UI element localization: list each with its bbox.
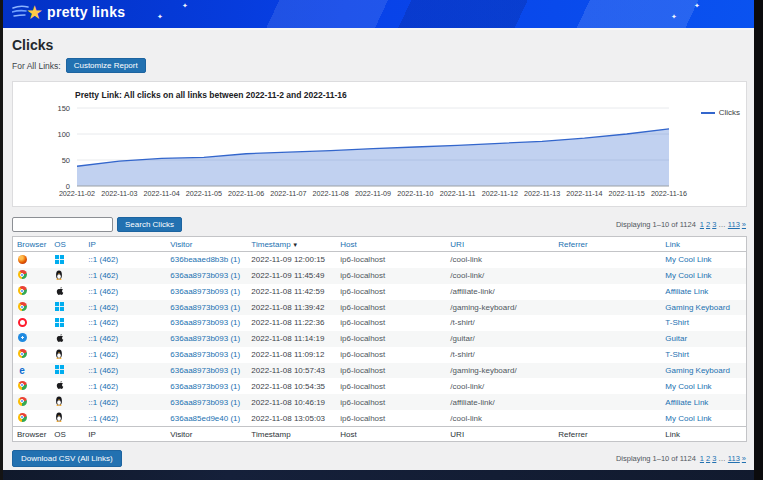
ip-link[interactable]: ::1 (462) [88,366,118,375]
visitor-link[interactable]: 636aa8973b093 (1) [170,271,240,280]
col-header-uri[interactable]: URI [446,427,554,442]
link-name-link[interactable]: My Cool Link [665,414,711,423]
cell-link: My Cool Link [661,410,746,427]
page-link-113[interactable]: 113 [728,220,740,229]
col-header-timestamp[interactable]: Timestamp ▼ [247,237,336,252]
col-header-host[interactable]: Host [336,427,446,442]
col-header-link[interactable]: Link [661,427,746,442]
cell-uri: /cool-link/ [446,268,554,284]
col-header-os[interactable]: OS [50,237,84,252]
pagination-bottom: Displaying 1–10 of 1124 123…113» [616,454,747,463]
linux-os-icon [54,412,64,422]
ip-link[interactable]: ::1 (462) [88,303,118,312]
col-header-visitor[interactable]: Visitor [166,427,247,442]
link-name-link[interactable]: My Cool Link [665,255,711,264]
col-header-uri[interactable]: URI [446,237,554,252]
link-name-link[interactable]: T-Shirt [665,318,689,327]
link-name-link[interactable]: Gaming Keyboard [665,366,729,375]
cell-referrer [554,410,661,427]
col-header-referrer[interactable]: Referrer [554,427,661,442]
page-link-113[interactable]: 113 [728,454,740,463]
page-link-1[interactable]: 1 [700,220,704,229]
cell-browser: e [13,363,51,379]
col-header-host[interactable]: Host [336,237,446,252]
ip-link[interactable]: ::1 (462) [88,350,118,359]
link-name-link[interactable]: Affiliate Link [665,398,708,407]
visitor-link[interactable]: 636aa8973b093 (1) [170,382,240,391]
pagination-summary: Displaying 1–10 of 1124 [616,454,696,463]
download-csv-button[interactable]: Download CSV (All Links) [12,450,122,467]
cell-uri: /t-shirt/ [446,347,554,363]
cell-ip: ::1 (462) [84,252,166,268]
cell-ip: ::1 (462) [84,268,166,284]
cell-browser [13,268,51,284]
link-name-link[interactable]: Guitar [665,334,687,343]
page-link-»[interactable]: » [742,454,746,463]
visitor-link[interactable]: 636beaaed8b3b (1) [170,255,240,264]
legend-label: Clicks [719,108,740,117]
legend-swatch [701,112,715,114]
ip-link[interactable]: ::1 (462) [88,318,118,327]
col-header-browser[interactable]: Browser [13,427,51,442]
windows-os-icon [54,317,64,327]
ip-link[interactable]: ::1 (462) [88,287,118,296]
col-header-ip[interactable]: IP [84,237,166,252]
link-name-link[interactable]: T-Shirt [665,350,689,359]
clicks-table: BrowserOSIPVisitorTimestamp ▼HostURIRefe… [12,236,747,442]
cell-os [50,284,84,300]
y-tick-label: 150 [57,104,70,113]
window-edge-left [0,0,3,480]
visitor-link[interactable]: 636aa8973b093 (1) [170,398,240,407]
chrome-browser-icon [17,380,27,390]
cell-link: My Cool Link [661,252,746,268]
app-window: ✦ ✦ ✦ ✦ ★ pretty links Clicks For All Li… [0,0,763,480]
visitor-link[interactable]: 636aa8973b093 (1) [170,350,240,359]
col-header-link[interactable]: Link [661,237,746,252]
search-row: Search Clicks Displaying 1–10 of 1124 12… [12,217,747,232]
col-header-browser[interactable]: Browser [13,237,51,252]
col-header-ip[interactable]: IP [84,427,166,442]
page-link-»[interactable]: » [742,220,746,229]
pagination-links: 123…113» [699,454,747,463]
page-link-2[interactable]: 2 [706,220,710,229]
col-header-timestamp[interactable]: Timestamp [247,427,336,442]
opera-browser-icon [17,317,27,327]
cell-visitor: 636aa8973b093 (1) [166,378,247,394]
link-name-link[interactable]: My Cool Link [665,382,711,391]
page-link-3[interactable]: 3 [712,220,716,229]
cell-timestamp: 2022-11-08 11:42:59 [247,284,336,300]
ip-link[interactable]: ::1 (462) [88,255,118,264]
clicks-page: Clicks For All Links: Customize Report P… [12,32,747,467]
visitor-link[interactable]: 636aa8973b093 (1) [170,318,240,327]
cell-timestamp: 2022-11-09 12:00:15 [247,252,336,268]
link-name-link[interactable]: My Cool Link [665,271,711,280]
page-link-3[interactable]: 3 [712,454,716,463]
visitor-link[interactable]: 636aa8973b093 (1) [170,303,240,312]
page-link-1[interactable]: 1 [700,454,704,463]
cell-timestamp: 2022-11-08 11:14:19 [247,331,336,347]
y-tick-label: 100 [57,130,70,139]
table-row: ::1 (462)636beaaed8b3b (1)2022-11-09 12:… [13,252,747,268]
apple-os-icon [54,380,64,390]
ip-link[interactable]: ::1 (462) [88,334,118,343]
search-clicks-button[interactable]: Search Clicks [117,217,182,232]
col-header-referrer[interactable]: Referrer [554,237,661,252]
link-name-link[interactable]: Gaming Keyboard [665,303,729,312]
cell-visitor: 636aa8973b093 (1) [166,284,247,300]
visitor-link[interactable]: 636aa8973b093 (1) [170,287,240,296]
ip-link[interactable]: ::1 (462) [88,414,118,423]
visitor-link[interactable]: 636aa8973b093 (1) [170,334,240,343]
customize-report-button[interactable]: Customize Report [66,58,146,73]
col-header-os[interactable]: OS [50,427,84,442]
ip-link[interactable]: ::1 (462) [88,398,118,407]
col-header-visitor[interactable]: Visitor [166,237,247,252]
visitor-link[interactable]: 636aa85ed9e40 (1) [170,414,240,423]
ip-link[interactable]: ::1 (462) [88,382,118,391]
visitor-link[interactable]: 636aa8973b093 (1) [170,366,240,375]
link-name-link[interactable]: Affiliate Link [665,287,708,296]
cell-visitor: 636aa8973b093 (1) [166,363,247,379]
ip-link[interactable]: ::1 (462) [88,271,118,280]
page-link-2[interactable]: 2 [706,454,710,463]
cell-os [50,331,84,347]
search-input[interactable] [12,217,113,232]
